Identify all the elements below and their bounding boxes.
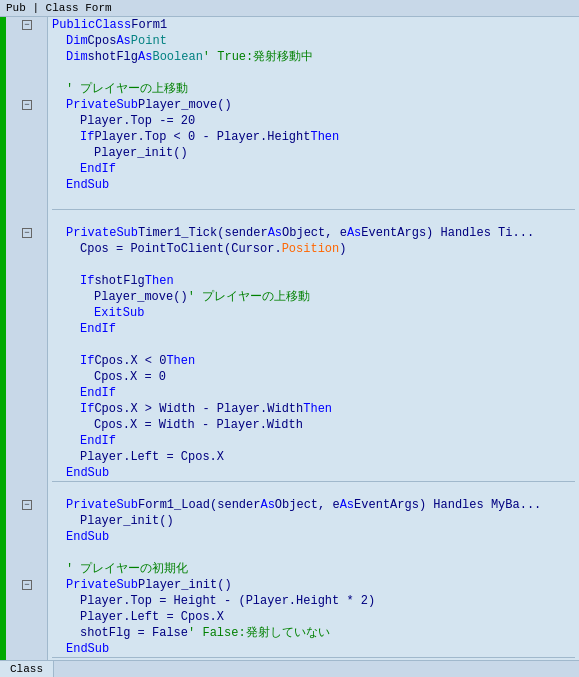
gutter-row — [8, 241, 46, 257]
gutter-row — [8, 625, 46, 641]
code-line: End If — [52, 321, 575, 337]
gutter-row — [8, 145, 46, 161]
gutter-row — [8, 33, 46, 49]
gutter-row — [8, 561, 46, 577]
title-text: Pub | Class Form — [6, 2, 112, 14]
code-line: If shotFlg Then — [52, 273, 575, 289]
gutter-row — [8, 337, 46, 353]
code-line: End Sub — [52, 529, 575, 545]
collapse-button[interactable]: − — [22, 228, 32, 238]
bottom-tab-bar: Class — [0, 660, 579, 677]
gutter-row — [8, 193, 46, 209]
collapse-icons: −−−−−− — [8, 17, 46, 660]
gutter-row: − — [8, 225, 46, 241]
code-line: Dim Cpos As Point — [52, 33, 575, 49]
gutter-row — [8, 353, 46, 369]
code-line: Exit Sub — [52, 305, 575, 321]
code-line: End If — [52, 433, 575, 449]
gutter-row — [8, 465, 46, 481]
code-line — [52, 257, 575, 273]
gutter-row: − — [8, 497, 46, 513]
code-line: If Cpos.X > Width - Player.Width Then — [52, 401, 575, 417]
code-line: Player_init() — [52, 513, 575, 529]
gutter-row — [8, 129, 46, 145]
code-line — [52, 65, 575, 81]
code-editor: Pub | Class Form −−−−−− Public Class For… — [0, 0, 579, 677]
code-line: End If — [52, 385, 575, 401]
code-line: ' プレイヤーの上移動 — [52, 81, 575, 97]
code-line: Player.Left = Cpos.X — [52, 449, 575, 465]
gutter-row — [8, 209, 46, 225]
code-line — [52, 193, 575, 209]
gutter-row — [8, 481, 46, 497]
code-line: Private Sub Form1_Load(sender As Object,… — [52, 497, 575, 513]
code-line: ' プレイヤーの初期化 — [52, 561, 575, 577]
collapse-button[interactable]: − — [22, 580, 32, 590]
gutter-row — [8, 657, 46, 660]
green-bar — [0, 17, 6, 660]
gutter-row — [8, 385, 46, 401]
gutter-row — [8, 81, 46, 97]
code-line: Player.Left = Cpos.X — [52, 609, 575, 625]
tab-class-label: Class — [10, 663, 43, 675]
gutter-row — [8, 433, 46, 449]
gutter-row: − — [8, 577, 46, 593]
gutter-row — [8, 529, 46, 545]
code-line: End Sub — [52, 641, 575, 657]
gutter-row — [8, 273, 46, 289]
code-line: Player_init() — [52, 145, 575, 161]
gutter-row — [8, 641, 46, 657]
gutter-row: − — [8, 97, 46, 113]
code-line: Cpos = PointToClient(Cursor.Position) — [52, 241, 575, 257]
gutter-row — [8, 593, 46, 609]
code-line: Player.Top -= 20 — [52, 113, 575, 129]
gutter-row — [8, 305, 46, 321]
gutter-row: − — [8, 17, 46, 33]
code-content: Public Class Form1Dim Cpos As PointDim s… — [48, 17, 579, 660]
gutter-row — [8, 257, 46, 273]
code-line: End Sub — [52, 465, 575, 481]
collapse-button[interactable]: − — [22, 20, 32, 30]
collapse-button[interactable]: − — [22, 500, 32, 510]
code-area: −−−−−− Public Class Form1Dim Cpos As Poi… — [0, 17, 579, 660]
gutter-row — [8, 609, 46, 625]
code-line: Cpos.X = Width - Player.Width — [52, 417, 575, 433]
gutter-row — [8, 49, 46, 65]
gutter-row — [8, 177, 46, 193]
code-line: Private Sub Player_init() — [52, 577, 575, 593]
gutter-row — [8, 65, 46, 81]
code-line: End Sub — [52, 177, 575, 193]
gutter-row — [8, 321, 46, 337]
code-line — [52, 209, 575, 225]
code-line: Player.Top = Height - (Player.Height * 2… — [52, 593, 575, 609]
code-line: Private Sub Timer1_Tick(sender As Object… — [52, 225, 575, 241]
code-line — [52, 657, 575, 660]
code-line: shotFlg = False ' False:発射していない — [52, 625, 575, 641]
gutter: −−−−−− — [0, 17, 48, 660]
code-line: Player_move() ' プレイヤーの上移動 — [52, 289, 575, 305]
gutter-row — [8, 161, 46, 177]
code-line — [52, 481, 575, 497]
gutter-row — [8, 513, 46, 529]
gutter-row — [8, 417, 46, 433]
code-line: Cpos.X = 0 — [52, 369, 575, 385]
gutter-row — [8, 113, 46, 129]
gutter-row — [8, 289, 46, 305]
code-line: Dim shotFlg As Boolean ' True:発射移動中 — [52, 49, 575, 65]
gutter-row — [8, 401, 46, 417]
code-line: If Cpos.X < 0 Then — [52, 353, 575, 369]
code-line: Public Class Form1 — [52, 17, 575, 33]
code-line: End If — [52, 161, 575, 177]
code-line — [52, 545, 575, 561]
gutter-row — [8, 369, 46, 385]
tab-class[interactable]: Class — [0, 661, 54, 678]
gutter-row — [8, 449, 46, 465]
title-bar: Pub | Class Form — [0, 0, 579, 17]
code-line: If Player.Top < 0 - Player.Height Then — [52, 129, 575, 145]
code-line: Private Sub Player_move() — [52, 97, 575, 113]
collapse-button[interactable]: − — [22, 100, 32, 110]
code-line — [52, 337, 575, 353]
gutter-row — [8, 545, 46, 561]
